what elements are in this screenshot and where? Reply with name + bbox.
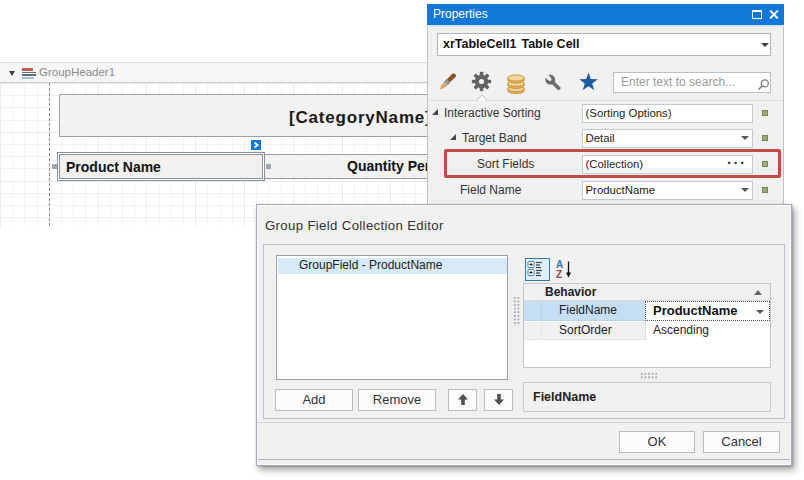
svg-text:Z: Z <box>556 269 562 280</box>
